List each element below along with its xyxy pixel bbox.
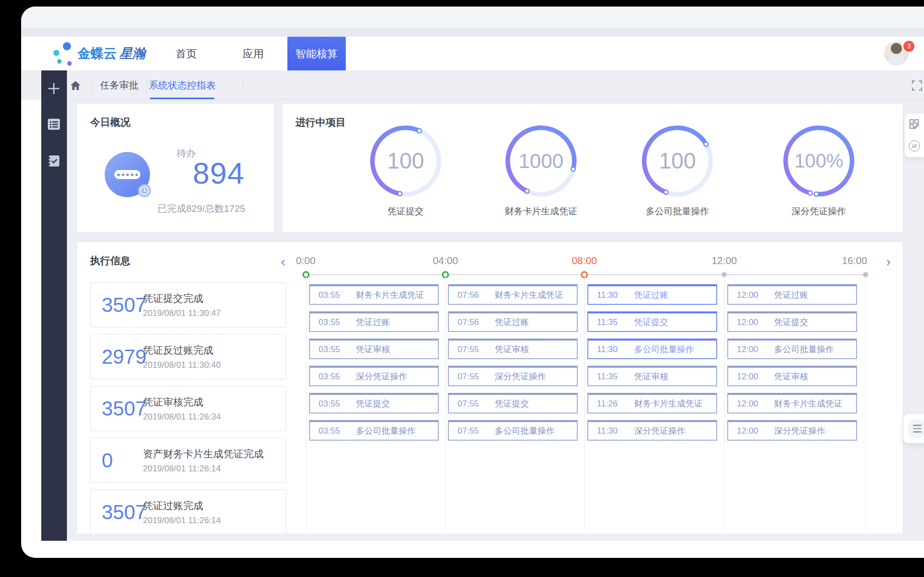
execution-card: 执行信息 ‹ › 0:00 04:00 08:00 12:00 16:00 35… [76,241,903,534]
stat-datetime: 2019/08/01 11:30:40 [143,360,286,370]
right-tool-panel: ⇄ [904,113,924,157]
event-label: 深分凭证操作 [495,371,546,382]
progress-gauge: 100%深分凭证操作 [763,119,874,217]
event-time: 12:00 [728,372,774,382]
event-label: 深分凭证操作 [774,425,825,437]
event-time: 12:00 [728,399,774,409]
layout-edit-button[interactable] [905,114,924,135]
gauge-caption: 多公司批量操作 [622,205,733,217]
progress-gauge: 100凭证提交 [350,119,461,217]
event-chip[interactable]: 07:55深分凭证操作 [448,366,578,386]
grid-line [306,275,306,530]
event-chip[interactable]: 11:35凭证审核 [587,366,717,386]
fullscreen-icon[interactable] [911,79,923,92]
event-chip[interactable]: 12:00凭证提交 [727,311,857,332]
floating-menu-button[interactable] [903,414,924,443]
event-time: 03:55 [310,290,356,300]
event-time: 07:55 [449,372,495,382]
task-list-icon[interactable] [47,117,61,131]
chevron-left-icon[interactable]: ‹ [281,255,285,268]
event-chip[interactable]: 07:55凭证提交 [448,393,578,414]
brand-name-secondary: 星瀚 [119,46,145,61]
event-time: 03:55 [310,372,356,382]
event-time: 03:55 [310,426,356,436]
tab-divider [243,79,243,92]
event-chip[interactable]: 03:55财务卡片生成凭证 [309,284,439,305]
home-icon[interactable] [69,79,82,92]
nav-item-smart-accounting[interactable]: 智能核算 [287,37,346,70]
today-card-title: 今日概况 [90,116,130,129]
event-time: 12:00 [728,317,774,327]
task-book-icon[interactable] [47,154,61,168]
plus-icon[interactable] [47,81,61,96]
execution-stat-card[interactable]: 3507凭证审核完成2019/08/01 11:26:34 [90,386,286,431]
event-time: 11:30 [588,345,634,355]
gauge-value: 100% [777,119,861,203]
event-column: 12:00凭证过账12:00凭证提交12:00多公司批量操作12:00凭证审核1… [727,284,857,447]
tab-task-approval[interactable]: 任务审批 [92,71,147,100]
event-time: 07:55 [449,399,495,409]
execution-stat-card[interactable]: 3507凭证提交完成2019/08/01 11:30:47 [90,282,286,327]
event-label: 多公司批量操作 [634,344,694,355]
event-chip[interactable]: 03:55凭证审核 [309,339,439,359]
exchange-icon: ⇄ [909,140,920,151]
event-chip[interactable]: 03:55多公司批量操作 [309,420,439,441]
stat-value: 0 [91,449,143,472]
event-time: 11:30 [588,426,634,436]
layout-edit-icon [909,119,920,130]
event-time: 12:00 [728,426,774,436]
execution-stat-card[interactable]: 2979凭证反过账完成2019/08/01 11:30:40 [90,334,286,379]
gauge-value: 100 [635,119,720,203]
grid-line [724,275,725,530]
event-chip[interactable]: 12:00财务卡片生成凭证 [727,393,857,414]
event-chip[interactable]: 11:30凭证过账 [587,284,717,305]
event-label: 财务卡片生成凭证 [495,289,563,301]
projects-card: 进行中项目 100凭证提交1000财务卡片生成凭证100多公司批量操作100%深… [282,103,903,233]
event-label: 财务卡片生成凭证 [356,289,424,301]
projects-card-title: 进行中项目 [295,116,346,129]
event-label: 多公司批量操作 [356,425,416,437]
tab-bar: 任务审批 系统状态控指表 [21,70,924,100]
event-label: 凭证审核 [495,344,529,355]
event-chip[interactable]: 12:00多公司批量操作 [727,339,857,359]
event-time: 11:26 [588,399,634,409]
stat-value: 3507 [91,397,143,420]
event-chip[interactable]: 11:35凭证提交 [587,311,717,332]
event-label: 凭证提交 [495,398,529,409]
execution-stat-card[interactable]: 0资产财务卡片生成凭证完成2019/08/01 11:26:14 [90,438,286,483]
stat-datetime: 2019/08/01 11:30:47 [143,308,286,318]
nav-item-apps[interactable]: 应用 [233,37,273,70]
chevron-right-icon[interactable]: › [886,255,891,268]
tab-system-status-dashboard[interactable]: 系统状态控指表 [147,71,217,100]
event-chip[interactable]: 12:00凭证审核 [727,366,857,386]
event-chip[interactable]: 07:55多公司批量操作 [448,420,578,441]
gauge-value: 1000 [499,119,583,203]
axis-label-0800: 08:00 [562,255,607,267]
event-label: 凭证审核 [356,344,390,355]
execution-stat-card[interactable]: 3507凭证过账完成2019/08/01 11:26:14 [90,489,286,534]
nav-item-home[interactable]: 首页 [166,37,206,70]
event-label: 凭证过账 [495,316,529,328]
event-chip[interactable]: 03:55深分凭证操作 [309,366,439,386]
event-column: 11:30凭证过账11:35凭证提交11:30多公司批量操作11:35凭证审核1… [587,284,717,447]
event-time: 07:56 [449,290,495,300]
switch-view-button[interactable]: ⇄ [905,135,924,156]
window-top-strip [21,7,924,37]
stat-value: 2979 [91,346,143,368]
top-bar: 金蝶云星瀚 首页 应用 智能核算 3 [21,37,924,70]
event-chip[interactable]: 07:56凭证过账 [448,311,578,332]
event-chip[interactable]: 12:00深分凭证操作 [727,420,857,441]
gauge-caption: 深分凭证操作 [763,205,874,217]
event-chip[interactable]: 11:30深分凭证操作 [587,420,717,441]
event-chip[interactable]: 11:26财务卡片生成凭证 [587,393,717,414]
todo-summary: 已完成829/总数1725 [158,202,245,215]
event-chip[interactable]: 03:55凭证过账 [309,311,439,332]
event-chip[interactable]: 07:55凭证审核 [448,339,578,359]
event-chip[interactable]: 12:00凭证过账 [727,284,857,305]
event-chip[interactable]: 07:56财务卡片生成凭证 [448,284,578,305]
event-chip[interactable]: 11:30多公司批量操作 [587,339,717,359]
event-chip[interactable]: 03:55凭证提交 [309,393,439,414]
notification-badge: 3 [902,40,915,53]
stat-datetime: 2019/08/01 11:26:14 [143,464,286,474]
event-time: 07:56 [449,317,495,327]
